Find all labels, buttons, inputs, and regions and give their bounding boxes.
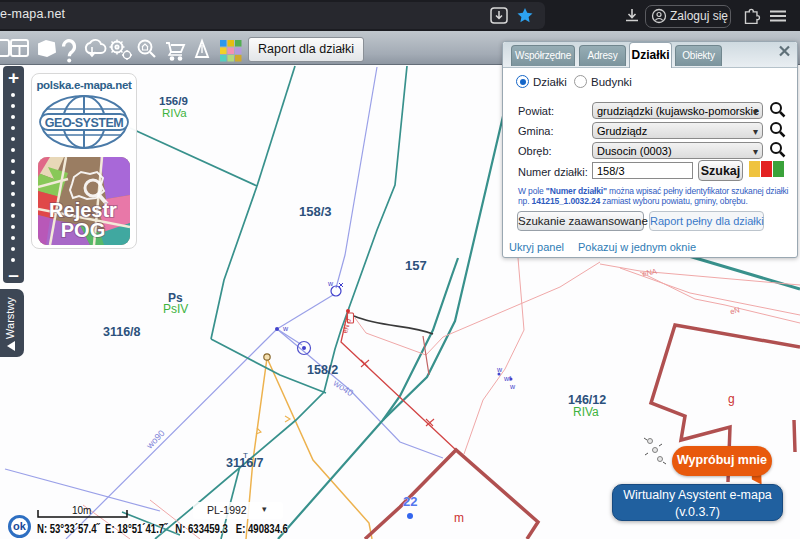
svg-text:22: 22 xyxy=(403,494,417,509)
svg-text:w: w xyxy=(496,366,503,373)
svg-text:Rejestr: Rejestr xyxy=(49,199,117,221)
svg-text:157: 157 xyxy=(405,258,427,273)
svg-text:10m: 10m xyxy=(72,505,91,516)
svg-text:POG: POG xyxy=(61,219,105,241)
svg-text:wf: wf xyxy=(503,375,511,382)
svg-text:3116/8: 3116/8 xyxy=(103,325,141,339)
svg-text:RIVa: RIVa xyxy=(573,405,599,419)
svg-text:158/2: 158/2 xyxy=(307,363,338,377)
svg-text:T: T xyxy=(243,451,248,460)
svg-text:w: w xyxy=(282,325,289,332)
svg-text:156/9: 156/9 xyxy=(159,95,188,107)
svg-text:w: w xyxy=(327,280,334,287)
svg-text:m: m xyxy=(454,511,464,525)
svg-text:w: w xyxy=(509,383,516,390)
svg-text:GEO-SYSTEM: GEO-SYSTEM xyxy=(45,116,123,130)
svg-text:158/3: 158/3 xyxy=(299,204,332,219)
svg-text:RIVa: RIVa xyxy=(162,107,187,119)
svg-text:g: g xyxy=(728,392,735,406)
svg-text:PsIV: PsIV xyxy=(163,302,188,316)
